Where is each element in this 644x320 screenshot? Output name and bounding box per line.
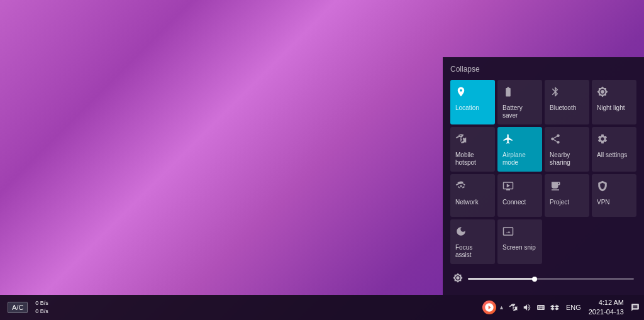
bluetooth-icon xyxy=(550,86,561,101)
taskbar: A/C 0 B/s 0 B/s ▲ ENG 4:12 AM xyxy=(0,295,644,320)
ac-button[interactable]: A/C xyxy=(8,302,28,313)
all-settings-icon xyxy=(597,133,608,148)
mobile-hotspot-label: Mobile hotspot xyxy=(455,152,490,167)
user-avatar[interactable] xyxy=(482,301,496,314)
tile-project[interactable]: Project xyxy=(545,174,589,217)
brightness-icon xyxy=(453,273,463,285)
tile-network[interactable]: Network xyxy=(450,174,495,217)
clock-time: 4:12 AM xyxy=(589,298,624,307)
network-icon xyxy=(455,180,467,195)
airplane-mode-icon xyxy=(502,133,514,148)
tile-airplane-mode[interactable]: Airplane mode xyxy=(497,127,542,172)
tile-nearby-sharing[interactable]: Nearby sharing xyxy=(545,127,589,172)
taskbar-right: ▲ ENG 4:12 AM 2021-04-13 xyxy=(482,298,641,317)
vpn-label: VPN xyxy=(597,199,610,206)
action-center: Collapse Location Battery saver Bluetoot… xyxy=(443,57,644,295)
project-icon xyxy=(550,180,561,195)
system-tray-expand[interactable]: ▲ xyxy=(499,304,504,311)
brightness-slider[interactable] xyxy=(468,278,634,280)
tile-mobile-hotspot[interactable]: Mobile hotspot xyxy=(450,127,495,172)
bluetooth-label: Bluetooth xyxy=(550,104,576,112)
tile-battery-saver[interactable]: Battery saver xyxy=(497,80,542,124)
tile-focus-assist[interactable]: Focus assist xyxy=(450,219,495,264)
nearby-sharing-label: Nearby sharing xyxy=(550,152,584,167)
night-light-label: Night light xyxy=(597,104,625,112)
net-upload: 0 B/s xyxy=(35,299,48,307)
nearby-sharing-icon xyxy=(550,133,561,148)
screen-snip-icon xyxy=(502,226,514,240)
net-download: 0 B/s xyxy=(35,307,48,316)
time-block[interactable]: 4:12 AM 2021-04-13 xyxy=(586,298,626,317)
brightness-fill xyxy=(468,278,535,280)
tile-night-light[interactable]: Night light xyxy=(592,80,636,124)
system-tray-icons xyxy=(507,301,561,314)
connect-label: Connect xyxy=(502,199,526,206)
project-label: Project xyxy=(550,199,569,206)
net-stats: 0 B/s 0 B/s xyxy=(35,299,48,315)
connect-icon xyxy=(502,180,514,195)
tile-vpn[interactable]: VPN xyxy=(592,174,636,217)
screen-snip-label: Screen snip xyxy=(502,244,536,251)
notification-center-icon[interactable] xyxy=(629,301,641,314)
location-label: Location xyxy=(455,104,479,112)
clock-date: 2021-04-13 xyxy=(589,307,624,317)
battery-saver-label: Battery saver xyxy=(502,104,537,119)
dropbox-tray-icon[interactable] xyxy=(548,301,561,314)
tile-bluetooth[interactable]: Bluetooth xyxy=(545,80,589,124)
language-indicator[interactable]: ENG xyxy=(564,304,584,311)
all-settings-label: All settings xyxy=(597,152,627,159)
tile-location[interactable]: Location xyxy=(450,80,495,124)
volume-tray-icon[interactable] xyxy=(521,301,533,314)
tile-all-settings[interactable]: All settings xyxy=(592,127,636,172)
tile-screen-snip[interactable]: Screen snip xyxy=(497,219,542,264)
collapse-button[interactable]: Collapse xyxy=(450,65,636,74)
focus-assist-icon xyxy=(455,226,467,240)
tile-connect[interactable]: Connect xyxy=(497,174,542,217)
focus-assist-label: Focus assist xyxy=(455,244,490,259)
night-light-icon xyxy=(597,86,608,101)
quick-tiles-grid: Location Battery saver Bluetooth Night l… xyxy=(450,80,636,264)
network-tray-icon[interactable] xyxy=(507,301,519,314)
vpn-icon xyxy=(597,180,608,195)
mobile-hotspot-icon xyxy=(455,133,467,148)
brightness-thumb xyxy=(532,277,537,282)
taskbar-left: A/C 0 B/s 0 B/s xyxy=(3,299,482,315)
airplane-mode-label: Airplane mode xyxy=(502,152,537,167)
network-label: Network xyxy=(455,199,479,206)
keyboard-tray-icon[interactable] xyxy=(535,301,547,314)
brightness-row xyxy=(450,267,636,287)
location-icon xyxy=(455,86,467,101)
battery-saver-icon xyxy=(502,86,514,101)
